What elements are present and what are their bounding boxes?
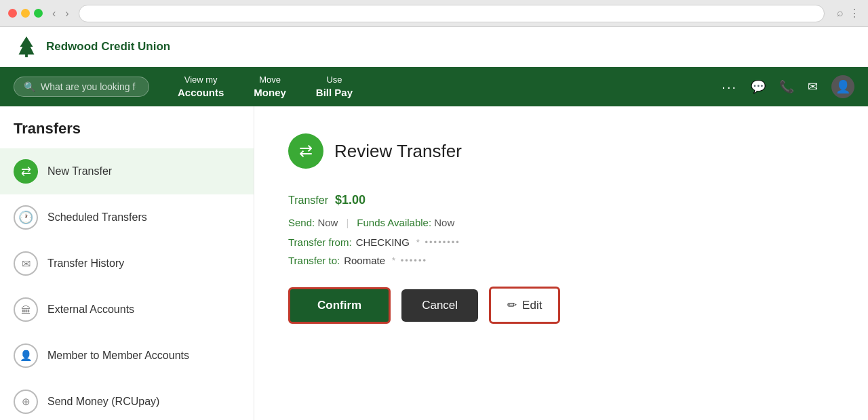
transfer-history-icon: ✉: [14, 251, 38, 276]
search-icon-nav: 🔍: [24, 81, 35, 92]
transfer-amount: $1.00: [335, 193, 366, 207]
from-account: CHECKING: [356, 236, 410, 248]
browser-chrome: ‹ › ⌕ ⋮: [0, 0, 868, 27]
browser-nav-arrows: ‹ ›: [50, 6, 72, 21]
member-to-member-label: Member to Member Accounts: [47, 350, 189, 362]
nav-item-billpay-bottom: Bill Pay: [316, 86, 353, 100]
new-transfer-label: New Transfer: [47, 165, 112, 177]
sidebar: Transfers ⇄ New Transfer 🕐 Scheduled Tra…: [0, 106, 254, 420]
nav-item-accounts-top: View my: [178, 75, 224, 86]
search-bar[interactable]: 🔍: [14, 77, 149, 97]
pipe-divider: |: [346, 217, 349, 228]
member-to-member-icon: 👤: [14, 343, 38, 368]
scheduled-transfers-label: Scheduled Transfers: [47, 211, 147, 224]
send-money-label: Send Money (RCUpay): [47, 396, 159, 408]
nav-item-billpay-top: Use: [316, 75, 353, 86]
content-area: ⇄ Review Transfer Transfer $1.00 Send: N…: [254, 106, 868, 420]
browser-icons: ⌕ ⋮: [837, 7, 860, 20]
nav-icons: ··· 💬 📞 ✉ 👤: [722, 75, 854, 98]
app: Redwood Credit Union 🔍 View my Accounts …: [0, 27, 868, 420]
url-bar[interactable]: [79, 5, 825, 22]
traffic-lights: [8, 9, 43, 18]
to-account: Roomate: [344, 255, 385, 266]
search-input[interactable]: [41, 81, 136, 92]
page-title: Review Transfer: [334, 141, 462, 162]
transfer-to-row: Transfer to: Roomate * ••••••: [288, 255, 834, 266]
transfer-from-row: Transfer from: CHECKING * ••••••••: [288, 236, 834, 248]
phone-button[interactable]: 📞: [779, 79, 794, 94]
traffic-light-red[interactable]: [8, 9, 17, 18]
send-money-icon: ⊕: [14, 390, 38, 414]
transfer-arrows-icon: ⇄: [299, 142, 313, 161]
from-label: Transfer from:: [288, 236, 352, 248]
more-button[interactable]: ···: [722, 79, 737, 95]
transfer-history-label: Transfer History: [47, 257, 124, 270]
forward-button[interactable]: ›: [62, 6, 71, 21]
sidebar-item-member-to-member[interactable]: 👤 Member to Member Accounts: [0, 333, 254, 379]
nav-items: View my Accounts Move Money Use Bill Pay: [163, 69, 722, 104]
avatar-icon: 👤: [835, 79, 850, 94]
transfer-label: Transfer: [288, 194, 328, 207]
to-masked: * ••••••: [392, 255, 427, 266]
sidebar-item-scheduled-transfers[interactable]: 🕐 Scheduled Transfers: [0, 194, 254, 240]
cancel-button[interactable]: Cancel: [401, 289, 478, 322]
search-icon: ⌕: [837, 7, 844, 20]
sidebar-title: Transfers: [0, 120, 254, 148]
svg-marker-0: [19, 37, 35, 57]
back-button[interactable]: ‹: [50, 6, 58, 21]
edit-pencil-icon: ✏: [507, 298, 517, 312]
review-header: ⇄ Review Transfer: [288, 133, 834, 169]
traffic-light-green[interactable]: [34, 9, 43, 18]
menu-icon: ⋮: [849, 7, 860, 20]
chat-button[interactable]: 💬: [751, 79, 766, 94]
funds-label: Funds Available: Now: [357, 217, 454, 228]
sidebar-item-send-money[interactable]: ⊕ Send Money (RCUpay): [0, 379, 254, 420]
confirm-button[interactable]: Confirm: [288, 287, 391, 324]
edit-label: Edit: [522, 299, 542, 312]
nav-item-billpay[interactable]: Use Bill Pay: [301, 69, 368, 104]
sidebar-item-external-accounts[interactable]: 🏛 External Accounts: [0, 287, 254, 333]
logo-icon: [14, 34, 39, 60]
to-label: Transfer to:: [288, 255, 340, 266]
sidebar-item-new-transfer[interactable]: ⇄ New Transfer: [0, 148, 254, 194]
scheduled-transfers-icon: 🕐: [14, 205, 38, 230]
send-label: Send: Now: [288, 217, 338, 228]
send-funds-row: Send: Now | Funds Available: Now: [288, 217, 834, 228]
logo: Redwood Credit Union: [14, 34, 170, 60]
main-content: Transfers ⇄ New Transfer 🕐 Scheduled Tra…: [0, 106, 868, 420]
new-transfer-icon: ⇄: [14, 159, 38, 184]
from-masked: * ••••••••: [416, 237, 460, 247]
transfer-details: Transfer $1.00 Send: Now | Funds Availab…: [288, 193, 834, 266]
review-icon: ⇄: [288, 133, 323, 169]
user-avatar[interactable]: 👤: [831, 75, 854, 98]
brand-name: Redwood Credit Union: [46, 40, 170, 54]
sidebar-item-transfer-history[interactable]: ✉ Transfer History: [0, 240, 254, 287]
navbar: 🔍 View my Accounts Move Money Use Bill P…: [0, 67, 868, 106]
edit-button[interactable]: ✏ Edit: [489, 287, 560, 324]
transfer-amount-row: Transfer $1.00: [288, 193, 834, 207]
nav-item-money-top: Move: [254, 75, 286, 86]
external-accounts-label: External Accounts: [47, 303, 134, 316]
nav-item-money[interactable]: Move Money: [239, 69, 301, 104]
traffic-light-yellow[interactable]: [21, 9, 30, 18]
app-header: Redwood Credit Union: [0, 27, 868, 67]
external-accounts-icon: 🏛: [14, 297, 38, 322]
action-buttons: Confirm Cancel ✏ Edit: [288, 287, 834, 324]
nav-item-accounts[interactable]: View my Accounts: [163, 69, 239, 104]
nav-item-accounts-bottom: Accounts: [178, 86, 224, 100]
nav-item-money-bottom: Money: [254, 86, 286, 100]
mail-button[interactable]: ✉: [808, 79, 818, 94]
